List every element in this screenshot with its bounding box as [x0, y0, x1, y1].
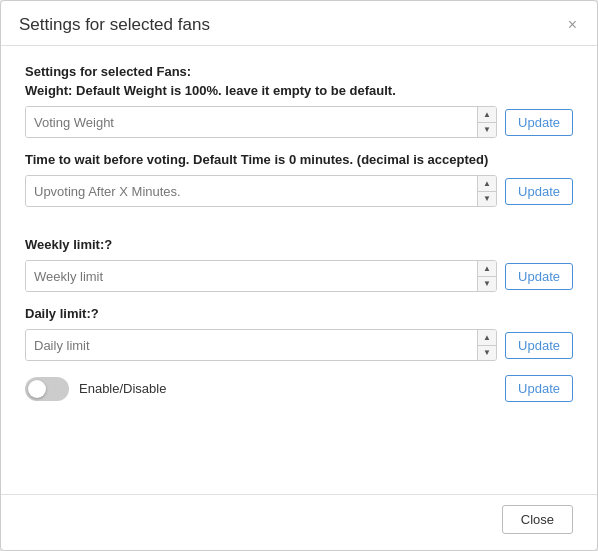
upvoting-row: ▲ ▼ Update	[25, 175, 573, 207]
dialog-body: Settings for selected Fans: Weight: Defa…	[1, 46, 597, 494]
daily-limit-label: Daily limit:?	[25, 306, 573, 321]
daily-limit-input-wrap: ▲ ▼	[25, 329, 497, 361]
weekly-limit-label: Weekly limit:?	[25, 237, 573, 252]
toggle-track[interactable]	[25, 377, 69, 401]
upvoting-spinner: ▲ ▼	[477, 176, 496, 206]
daily-limit-spinner: ▲ ▼	[477, 330, 496, 360]
weekly-limit-input[interactable]	[26, 261, 477, 291]
time-label: Time to wait before voting. Default Time…	[25, 152, 573, 167]
weight-label: Weight: Default Weight is 100%. leave it…	[25, 83, 573, 98]
divider	[25, 221, 573, 237]
weekly-limit-row: ▲ ▼ Update	[25, 260, 573, 292]
fans-section-title: Settings for selected Fans:	[25, 64, 573, 79]
daily-limit-input[interactable]	[26, 330, 477, 360]
dialog-close-x-button[interactable]: ×	[566, 17, 579, 33]
dialog-header: Settings for selected fans ×	[1, 1, 597, 46]
voting-weight-input[interactable]	[26, 107, 477, 137]
voting-weight-up-btn[interactable]: ▲	[478, 107, 496, 123]
toggle-thumb	[28, 380, 46, 398]
voting-weight-spinner: ▲ ▼	[477, 107, 496, 137]
enable-disable-label: Enable/Disable	[79, 381, 497, 396]
upvoting-down-btn[interactable]: ▼	[478, 192, 496, 207]
dialog-footer: Close	[1, 494, 597, 550]
weekly-limit-spinner: ▲ ▼	[477, 261, 496, 291]
daily-limit-down-btn[interactable]: ▼	[478, 346, 496, 361]
enable-disable-toggle[interactable]	[25, 377, 69, 401]
daily-limit-up-btn[interactable]: ▲	[478, 330, 496, 346]
dialog-title: Settings for selected fans	[19, 15, 210, 35]
voting-weight-down-btn[interactable]: ▼	[478, 123, 496, 138]
daily-limit-row: ▲ ▼ Update	[25, 329, 573, 361]
close-button[interactable]: Close	[502, 505, 573, 534]
enable-disable-row: Enable/Disable Update	[25, 375, 573, 402]
weekly-limit-down-btn[interactable]: ▼	[478, 277, 496, 292]
voting-weight-input-wrap: ▲ ▼	[25, 106, 497, 138]
daily-limit-update-button[interactable]: Update	[505, 332, 573, 359]
upvoting-input[interactable]	[26, 176, 477, 206]
weekly-limit-update-button[interactable]: Update	[505, 263, 573, 290]
upvoting-input-wrap: ▲ ▼	[25, 175, 497, 207]
voting-weight-row: ▲ ▼ Update	[25, 106, 573, 138]
upvoting-update-button[interactable]: Update	[505, 178, 573, 205]
upvoting-up-btn[interactable]: ▲	[478, 176, 496, 192]
enable-disable-update-button[interactable]: Update	[505, 375, 573, 402]
settings-dialog: Settings for selected fans × Settings fo…	[0, 0, 598, 551]
weekly-limit-input-wrap: ▲ ▼	[25, 260, 497, 292]
voting-weight-update-button[interactable]: Update	[505, 109, 573, 136]
weekly-limit-up-btn[interactable]: ▲	[478, 261, 496, 277]
